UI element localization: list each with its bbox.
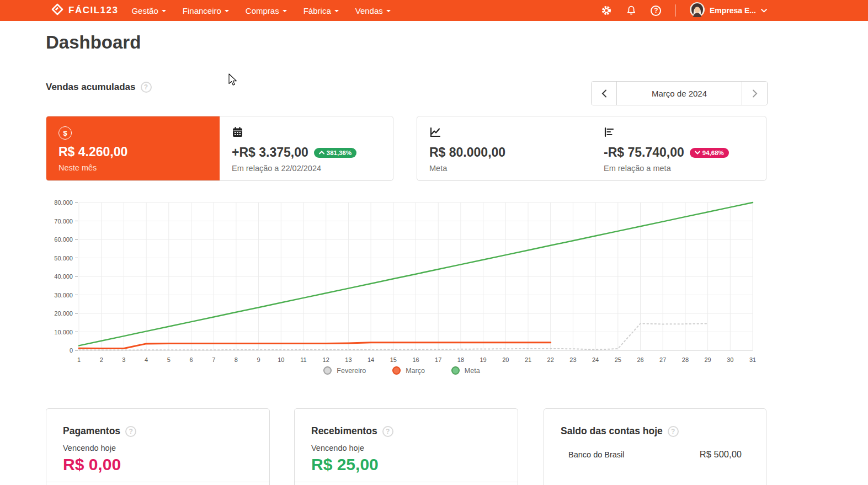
legend-label: Meta — [465, 367, 480, 375]
next-month-button[interactable] — [742, 82, 767, 105]
svg-text:20.000: 20.000 — [54, 310, 73, 317]
chevron-down-icon — [283, 10, 287, 12]
nav-vendas[interactable]: Vendas — [355, 6, 391, 15]
legend-item-março[interactable]: Março — [392, 366, 425, 375]
brand-name: FÁCIL123 — [68, 5, 118, 16]
card-divider — [46, 482, 269, 482]
main-nav: Gestão Financeiro Compras Fábrica Vendas — [131, 6, 390, 15]
svg-text:26: 26 — [637, 356, 643, 363]
svg-text:6: 6 — [189, 356, 193, 363]
svg-text:4: 4 — [145, 356, 148, 363]
calendar-icon — [232, 130, 243, 140]
legend-dot — [323, 366, 332, 375]
svg-text:20: 20 — [502, 356, 509, 363]
svg-text:28: 28 — [682, 356, 689, 363]
svg-text:5: 5 — [167, 356, 171, 363]
svg-text:12: 12 — [323, 356, 329, 363]
legend-item-fevereiro[interactable]: Fevereiro — [323, 366, 366, 375]
pagamentos-help-icon[interactable]: ? — [125, 426, 136, 437]
settings-gear-icon[interactable] — [601, 5, 612, 16]
nav-gestao[interactable]: Gestão — [131, 6, 166, 15]
kpi-vs-meta-label: Em relação a meta — [604, 164, 754, 173]
saldo-card: Saldo das contas hoje ? Banco do Brasil … — [544, 408, 766, 485]
chevron-left-icon — [601, 89, 607, 98]
legend-dot — [451, 366, 460, 375]
nav-compras-label: Compras — [246, 6, 279, 15]
help-glyph: ? — [651, 6, 661, 16]
svg-text:30: 30 — [727, 356, 733, 363]
svg-text:31: 31 — [749, 356, 756, 363]
chevron-down-icon — [695, 151, 700, 154]
recebimentos-title: Recebimentos — [311, 425, 377, 437]
recebimentos-value: R$ 25,00 — [311, 455, 501, 474]
kpi-vs-meta-value: -R$ 75.740,00 — [604, 145, 684, 160]
kpi-delta-value: +R$ 3.375,00 — [232, 145, 308, 160]
legend-item-meta[interactable]: Meta — [451, 366, 480, 375]
help-icon[interactable]: ? — [651, 5, 662, 16]
meta-kpi-card: R$ 80.000,00 Meta -R$ 75.740,00 94,68% E… — [417, 116, 766, 181]
delta-badge: 381,36% — [314, 148, 356, 158]
prev-month-button[interactable] — [592, 82, 616, 105]
svg-text:40.000: 40.000 — [54, 273, 73, 280]
kpi-current-month: $ R$ 4.260,00 Neste mês — [46, 116, 220, 180]
kpi-delta: +R$ 3.375,00 381,36% Em relação a 22/02/… — [220, 116, 393, 180]
topbar-divider — [675, 4, 676, 17]
svg-text:17: 17 — [435, 356, 441, 363]
user-menu[interactable]: Empresa E... — [690, 2, 767, 19]
chart-legend: FevereiroMarçoMeta — [46, 366, 758, 375]
kpi-meta-label: Meta — [429, 164, 579, 173]
kpi-vs-meta: -R$ 75.740,00 94,68% Em relação a meta — [592, 116, 766, 180]
pagamentos-subtitle: Vencendo hoje — [63, 444, 253, 452]
svg-text:15: 15 — [390, 356, 397, 363]
pagamentos-title: Pagamentos — [63, 425, 120, 437]
svg-text:21: 21 — [525, 356, 531, 363]
recebimentos-card: Recebimentos ? Vencendo hoje R$ 25,00 — [294, 408, 518, 485]
svg-text:23: 23 — [569, 356, 576, 363]
nav-vendas-label: Vendas — [355, 6, 383, 15]
kpi-current-value: R$ 4.260,00 — [58, 145, 207, 159]
svg-text:7: 7 — [212, 356, 215, 363]
nav-financeiro-label: Financeiro — [183, 6, 221, 15]
svg-text:10: 10 — [278, 356, 284, 363]
month-label[interactable]: Março de 2024 — [616, 82, 742, 105]
svg-text:70.000: 70.000 — [54, 218, 73, 225]
pagamentos-value: R$ 0,00 — [63, 455, 253, 474]
mouse-cursor — [228, 73, 239, 87]
nav-fabrica[interactable]: Fábrica — [303, 6, 339, 15]
svg-text:29: 29 — [704, 356, 711, 363]
chevron-right-icon — [752, 89, 758, 98]
vs-meta-badge-value: 94,68% — [702, 150, 724, 156]
account-row: Banco do Brasil R$ 500,00 — [561, 449, 749, 460]
nav-compras[interactable]: Compras — [246, 6, 287, 15]
bar-chart-icon — [604, 130, 616, 140]
recebimentos-help-icon[interactable]: ? — [382, 426, 393, 437]
svg-text:11: 11 — [300, 356, 306, 363]
sales-chart: 010.00020.00030.00040.00050.00060.00070.… — [44, 194, 762, 369]
account-name: Banco do Brasil — [568, 450, 625, 459]
nav-financeiro[interactable]: Financeiro — [183, 6, 229, 15]
saldo-help-icon[interactable]: ? — [668, 426, 679, 437]
svg-text:18: 18 — [457, 356, 464, 363]
svg-text:25: 25 — [615, 356, 621, 363]
sales-help-icon[interactable]: ? — [141, 82, 152, 93]
month-navigator: Março de 2024 — [591, 81, 768, 105]
recebimentos-subtitle: Vencendo hoje — [311, 444, 501, 452]
svg-text:1: 1 — [77, 356, 81, 363]
notifications-bell-icon[interactable] — [626, 5, 637, 16]
kpi-delta-label: Em relação a 22/02/2024 — [232, 164, 381, 173]
svg-text:16: 16 — [412, 356, 419, 363]
account-amount: R$ 500,00 — [700, 449, 742, 460]
user-name: Empresa E... — [710, 6, 756, 15]
kpi-meta: R$ 80.000,00 Meta — [417, 116, 592, 180]
svg-text:24: 24 — [592, 356, 599, 363]
chevron-down-icon — [761, 9, 767, 13]
avatar — [690, 2, 705, 19]
svg-text:27: 27 — [659, 356, 666, 363]
svg-text:2: 2 — [100, 356, 103, 363]
svg-text:14: 14 — [368, 356, 374, 363]
facil123-diamond-icon — [51, 3, 63, 18]
chevron-up-icon — [319, 151, 324, 154]
apps-grid-icon[interactable] — [576, 5, 587, 16]
card-divider — [295, 482, 518, 482]
brand-logo[interactable]: FÁCIL123 — [51, 3, 118, 18]
